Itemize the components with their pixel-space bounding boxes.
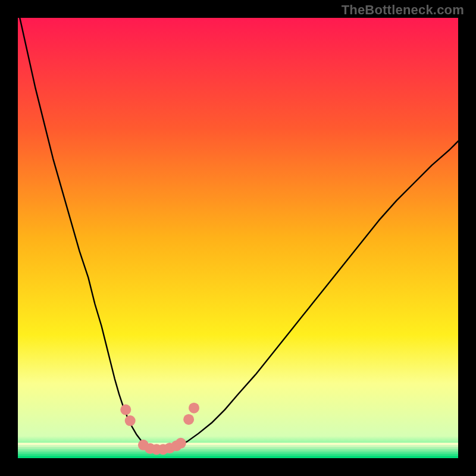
attribution-label: TheBottleneck.com (342, 2, 464, 18)
highlight-point (183, 414, 194, 425)
gradient-background (18, 18, 458, 458)
bottleneck-chart (18, 18, 458, 458)
frame: TheBottleneck.com (0, 0, 476, 476)
highlight-point (189, 403, 199, 414)
green-band-stripe (18, 456, 458, 458)
green-band-stripe (18, 447, 458, 450)
highlight-point (176, 438, 186, 449)
green-band-stripe (18, 452, 458, 454)
plot-area (18, 18, 458, 458)
green-band-stripe (18, 454, 458, 456)
highlight-point (120, 405, 131, 415)
highlight-point (125, 415, 136, 426)
green-band-stripe (18, 449, 458, 452)
green-band-stripe (18, 443, 458, 445)
green-band-stripe (18, 445, 458, 447)
